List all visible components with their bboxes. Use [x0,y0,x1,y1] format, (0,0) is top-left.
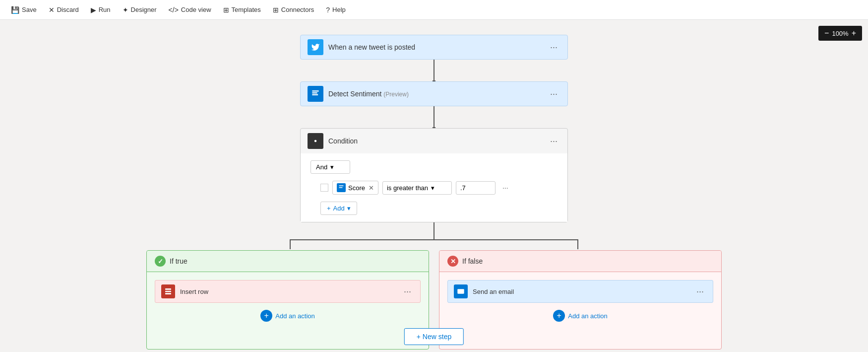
connectors-icon: ⊞ [273,6,279,14]
insert-row-card[interactable]: Insert row ··· [155,280,421,303]
add-chevron-icon: ▾ [347,205,351,212]
if-false-add-action-button[interactable]: + Add an action [553,310,608,322]
add-row: + Add ▾ [320,202,558,215]
tag-remove-button[interactable]: ✕ [369,184,374,192]
condition-menu-button[interactable]: ··· [547,134,560,148]
if-true-header: ✓ If true [147,251,429,272]
send-email-menu-button[interactable]: ··· [693,284,707,299]
designer-button[interactable]: ✦ Designer [118,3,162,16]
condition-row-menu-button[interactable]: ··· [499,182,511,194]
save-icon: 💾 [11,6,19,14]
if-false-label: If false [462,257,483,265]
zoom-out-button[interactable]: − [824,29,829,38]
sentiment-title: Detect Sentiment (Preview) [328,90,547,98]
svg-rect-7 [165,291,171,292]
add-action-plus-icon: + [260,310,272,322]
if-true-add-action-button[interactable]: + Add an action [260,310,315,322]
condition-tag: Score ✕ [332,181,378,195]
zoom-controls: − 100% + [818,26,862,41]
condition-body: And ▾ Score ✕ is gr [301,153,567,222]
svg-point-3 [314,140,317,142]
svg-rect-6 [165,288,171,290]
insert-row-menu-button[interactable]: ··· [401,284,414,299]
toolbar: 💾 Save ✕ Discard ▶ Run ✦ Designer </> Co… [0,0,868,20]
connectors-button[interactable]: ⊞ Connectors [268,3,319,16]
zoom-level: 100% [832,30,848,37]
condition-header: Condition ··· [301,129,567,153]
sentiment-menu-button[interactable]: ··· [547,87,560,101]
plus-icon: + [327,205,331,212]
condition-value-input[interactable] [456,181,496,195]
if-true-body: Insert row ··· + Add an action [147,272,429,349]
trigger-title: When a new tweet is posted [328,43,547,51]
if-true-branch: ✓ If true Insert row ··· [146,250,429,350]
canvas: − 100% + When a new tweet is posted ··· [0,20,868,352]
run-button[interactable]: ▶ Run [86,3,116,16]
branch-divider [146,222,722,239]
arrow-1 [434,60,434,81]
condition-icon [308,133,323,149]
arrow-2 [434,106,434,128]
discard-icon: ✕ [49,6,55,14]
insert-row-icon [161,284,175,298]
svg-rect-0 [312,90,319,91]
if-false-add-action-plus-icon: + [553,310,565,322]
designer-icon: ✦ [123,6,128,14]
if-false-branch: ✕ If false Send an email ··· [439,250,722,350]
condition-tag-icon [337,183,346,192]
trigger-card[interactable]: When a new tweet is posted ··· [300,35,568,60]
and-dropdown[interactable]: And ▾ [310,160,350,174]
if-true-icon: ✓ [155,256,166,267]
sentiment-card[interactable]: Detect Sentiment (Preview) ··· [300,81,568,106]
send-email-card[interactable]: Send an email ··· [447,280,713,303]
twitter-icon [308,39,323,55]
condition-card: Condition ··· And ▾ Scor [300,128,568,222]
svg-rect-4 [339,186,344,187]
svg-rect-5 [339,187,343,188]
flow-container: When a new tweet is posted ··· Detect Se… [136,35,732,350]
condition-title: Condition [328,137,547,145]
sentiment-icon [308,86,323,102]
condition-checkbox[interactable] [320,184,328,192]
help-icon: ? [326,6,330,14]
templates-icon: ⊞ [223,6,229,14]
new-step-button[interactable]: + New step [404,328,464,345]
help-button[interactable]: ? Help [321,3,351,16]
svg-rect-8 [165,293,171,294]
svg-rect-9 [457,289,464,293]
if-false-body: Send an email ··· + Add an action [439,272,721,349]
send-email-icon [454,284,468,298]
zoom-in-button[interactable]: + [852,29,856,38]
save-button[interactable]: 💾 Save [6,3,42,16]
run-icon: ▶ [91,6,96,14]
if-false-header: ✕ If false [439,251,721,272]
svg-rect-2 [312,94,318,95]
code-icon: </> [169,6,179,14]
trigger-menu-button[interactable]: ··· [547,40,560,55]
insert-row-title: Insert row [180,288,401,295]
discard-button[interactable]: ✕ Discard [44,3,84,16]
operator-select[interactable]: is greater than ▾ [382,181,452,195]
if-true-label: If true [170,257,187,265]
chevron-down-icon: ▾ [330,163,334,171]
if-false-icon: ✕ [447,256,458,267]
svg-rect-1 [312,92,317,93]
add-condition-button[interactable]: + Add ▾ [320,202,357,215]
code-view-button[interactable]: </> Code view [164,3,216,16]
operator-chevron-icon: ▾ [431,184,434,192]
new-step-area: + New step [404,328,464,345]
send-email-title: Send an email [473,288,693,295]
condition-row: Score ✕ is greater than ▾ ··· [320,181,558,195]
templates-button[interactable]: ⊞ Templates [218,3,266,16]
